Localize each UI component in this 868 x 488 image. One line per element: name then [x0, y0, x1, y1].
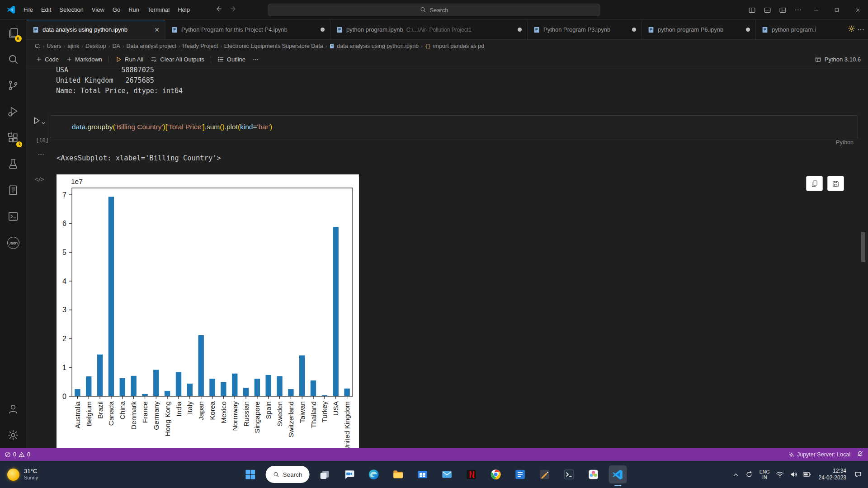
explorer-icon[interactable]: 5: [0, 20, 27, 46]
vscode-app[interactable]: [609, 465, 627, 483]
notification-center-icon[interactable]: [851, 465, 864, 483]
menu-selection[interactable]: Selection: [55, 4, 87, 16]
tab-1[interactable]: data analysis using python.ipynb✕: [27, 20, 165, 39]
breadcrumb-item[interactable]: C:: [35, 43, 41, 49]
search-box[interactable]: Search: [268, 4, 600, 16]
breadcrumb-item[interactable]: Users: [47, 43, 61, 49]
chrome-app[interactable]: [486, 465, 505, 483]
document-app[interactable]: [511, 465, 529, 483]
json-extension-icon[interactable]: Json: [0, 230, 27, 256]
edge-app[interactable]: [364, 465, 382, 483]
tabbar-more-icon[interactable]: ⋯: [857, 25, 864, 34]
tab-5[interactable]: python program P6.ipynb: [642, 20, 756, 39]
svg-text:Spain: Spain: [264, 401, 272, 419]
code-cell[interactable]: data.groupby('Billing Country')['Total P…: [50, 115, 858, 138]
minimize-button[interactable]: [806, 0, 826, 20]
breadcrumb-item[interactable]: Ready Project: [183, 43, 218, 49]
code-token: =: [253, 123, 257, 131]
menu-edit[interactable]: Edit: [37, 4, 55, 16]
menu-file[interactable]: File: [19, 4, 37, 16]
editor-scrollbar[interactable]: [861, 232, 865, 262]
add-code-cell-button[interactable]: Code: [32, 55, 62, 64]
search-view-icon[interactable]: [0, 46, 27, 72]
breadcrumb-item[interactable]: Data analyst project: [126, 43, 176, 49]
save-output-button[interactable]: [827, 176, 844, 191]
weather-widget[interactable]: 31°C Sunny: [0, 461, 45, 488]
account-icon[interactable]: [0, 396, 27, 422]
cell-language-label[interactable]: Python: [836, 139, 854, 145]
close-tab-icon[interactable]: ✕: [154, 26, 160, 33]
close-button[interactable]: [847, 0, 868, 20]
hidden-icons-chevron-icon[interactable]: [729, 465, 742, 483]
copy-output-button[interactable]: [806, 176, 823, 191]
kernel-picker[interactable]: Python 3.10.6: [815, 56, 861, 63]
toggle-panel-icon[interactable]: [760, 0, 775, 20]
menu-terminal[interactable]: Terminal: [143, 4, 174, 16]
menu-view[interactable]: View: [88, 4, 108, 16]
source-control-icon[interactable]: [0, 72, 27, 99]
cell-code-glyph-icon[interactable]: </>: [35, 176, 44, 183]
toolbar-more-icon[interactable]: ⋯: [249, 55, 262, 64]
testing-beaker-icon[interactable]: [0, 151, 27, 177]
svg-text:Switzerland: Switzerland: [287, 401, 295, 437]
run-all-button[interactable]: Run All: [112, 55, 147, 64]
menu-run[interactable]: Run: [124, 4, 143, 16]
tab-4[interactable]: Python Program P3.ipynb: [528, 20, 642, 39]
dirty-indicator-icon[interactable]: [632, 28, 636, 32]
menu-go[interactable]: Go: [108, 4, 124, 16]
menu-help[interactable]: Help: [174, 4, 194, 16]
tab-3[interactable]: python program.ipynbC:\...\Air- Pollutio…: [330, 20, 528, 39]
svg-text:Korea: Korea: [208, 401, 216, 420]
toggle-sidebar-icon[interactable]: [744, 0, 760, 20]
task-view-button[interactable]: [316, 465, 334, 483]
extensions-icon[interactable]: [0, 125, 27, 151]
tab-6[interactable]: python program.i: [756, 20, 835, 39]
mail-app[interactable]: [438, 465, 456, 483]
problems-indicator[interactable]: 0 0: [5, 451, 30, 458]
maximize-button[interactable]: [826, 0, 847, 20]
volume-icon[interactable]: [787, 465, 800, 483]
add-markdown-cell-button[interactable]: Markdown: [62, 55, 106, 64]
run-cell-button[interactable]: [32, 116, 46, 125]
outline-button[interactable]: Outline: [214, 55, 249, 64]
search-pill[interactable]: Search: [266, 466, 310, 483]
breadcrumb-item[interactable]: Desktop: [85, 43, 106, 49]
run-debug-icon[interactable]: [0, 99, 27, 125]
breadcrumb-item[interactable]: data analysis using python.ipynb: [329, 43, 419, 49]
dirty-indicator-icon[interactable]: [321, 28, 325, 32]
breadcrumb-item[interactable]: Electronic Equipments Superstore Data: [224, 43, 323, 49]
language-indicator[interactable]: ENG IN: [756, 469, 773, 480]
paint-app[interactable]: [535, 465, 553, 483]
settings-gear-icon[interactable]: [0, 422, 27, 448]
sync-tray-icon[interactable]: [743, 465, 756, 483]
tray-time: 12:34: [833, 468, 846, 474]
breadcrumb-item[interactable]: {}import pandas as pd: [425, 43, 485, 49]
settings-sync-gear-icon[interactable]: [848, 25, 855, 34]
netflix-app[interactable]: [462, 465, 480, 483]
photos-app[interactable]: [584, 465, 602, 483]
output-collapse-icon[interactable]: ⋯: [38, 150, 45, 159]
clock-widget[interactable]: 12:34 24-02-2023: [814, 468, 851, 481]
store-app[interactable]: [413, 465, 431, 483]
customize-layout-icon[interactable]: [775, 0, 790, 20]
start-button[interactable]: [241, 465, 259, 483]
chat-app[interactable]: [340, 465, 358, 483]
terminal-app[interactable]: [560, 465, 578, 483]
breadcrumb-item[interactable]: DA: [112, 43, 120, 49]
vscode-window: FileEditSelectionViewGoRunTerminalHelp S…: [0, 0, 868, 488]
wifi-icon[interactable]: [774, 465, 787, 483]
jupyter-server-indicator[interactable]: Jupyter Server: Local: [788, 451, 850, 458]
clear-all-outputs-button[interactable]: Clear All Outputs: [147, 55, 208, 64]
notebook-view-icon[interactable]: [0, 177, 27, 203]
output-panel-icon[interactable]: [0, 203, 27, 230]
battery-icon[interactable]: [801, 465, 814, 483]
titlebar-more-icon[interactable]: ⋯: [790, 0, 806, 20]
dirty-indicator-icon[interactable]: [518, 28, 522, 32]
dirty-indicator-icon[interactable]: [746, 28, 750, 32]
forward-icon[interactable]: [230, 5, 237, 14]
tab-2[interactable]: Python Program for this Project P4.ipynb: [165, 20, 330, 39]
notifications-bell-icon[interactable]: [857, 450, 863, 459]
back-icon[interactable]: [215, 5, 222, 14]
file-explorer-app[interactable]: [389, 465, 407, 483]
breadcrumb-item[interactable]: ajink: [68, 43, 80, 49]
